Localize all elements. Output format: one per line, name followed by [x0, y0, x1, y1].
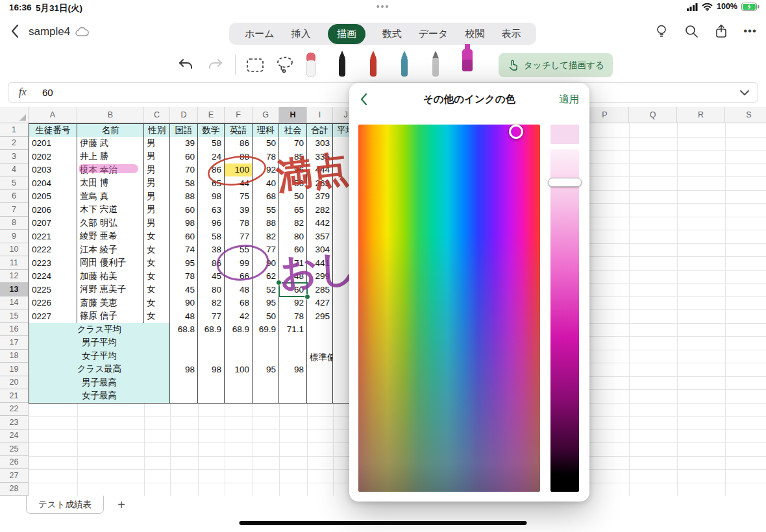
- cell-H19[interactable]: 98: [279, 363, 307, 377]
- cell-G9[interactable]: 82: [253, 230, 279, 244]
- cell-I21[interactable]: [307, 389, 333, 404]
- pencil-gray[interactable]: [428, 49, 443, 80]
- row-header-8[interactable]: 8: [0, 217, 29, 230]
- row-header-9[interactable]: 9: [0, 230, 29, 243]
- cell-E5[interactable]: 65: [198, 176, 225, 191]
- cell-G2[interactable]: 50: [253, 137, 279, 151]
- cell-F7[interactable]: 39: [225, 203, 253, 217]
- cell-H18[interactable]: [279, 350, 307, 364]
- cell-D6[interactable]: 88: [170, 190, 198, 204]
- cell-B15[interactable]: 篠原 信子: [77, 309, 144, 324]
- col-header-F[interactable]: F: [225, 107, 253, 123]
- row-header-6[interactable]: 6: [0, 190, 29, 204]
- tab-数式[interactable]: 数式: [382, 28, 402, 40]
- cell-A20[interactable]: 男子最高: [29, 376, 170, 391]
- row-header-2[interactable]: 2: [0, 137, 29, 151]
- cell-F10[interactable]: 55: [225, 243, 253, 258]
- cell-H15[interactable]: 78: [279, 309, 307, 324]
- cell-A8[interactable]: 0207: [29, 217, 77, 231]
- row-header-13[interactable]: 13: [0, 283, 29, 296]
- marquee-select-icon[interactable]: [245, 57, 265, 74]
- shade-slider-handle[interactable]: [548, 178, 582, 187]
- cell-E2[interactable]: 58: [198, 137, 225, 151]
- redo-icon[interactable]: [206, 56, 225, 74]
- cell-H9[interactable]: 80: [279, 230, 307, 244]
- cell-I1[interactable]: 合計: [307, 123, 333, 138]
- cell-G4[interactable]: 92: [253, 163, 279, 178]
- cell-A19[interactable]: クラス最高: [29, 363, 170, 377]
- cell-G6[interactable]: 68: [253, 190, 279, 204]
- row-header-19[interactable]: 19: [0, 363, 29, 376]
- cell-E1[interactable]: 数学: [198, 123, 225, 138]
- cell-G18[interactable]: [253, 350, 279, 364]
- cell-H10[interactable]: 60: [279, 243, 307, 258]
- cell-G7[interactable]: 55: [253, 203, 279, 217]
- cell-D18[interactable]: [170, 350, 198, 364]
- cell-D20[interactable]: [170, 376, 198, 391]
- cell-G10[interactable]: 77: [253, 243, 279, 258]
- cell-D14[interactable]: 90: [170, 296, 198, 311]
- cell-A18[interactable]: 女子平均: [29, 350, 170, 364]
- cell-B8[interactable]: 久部 明弘: [77, 217, 144, 231]
- cell-F16[interactable]: 68.9: [225, 323, 253, 337]
- cell-A12[interactable]: 0224: [29, 270, 77, 284]
- cell-C8[interactable]: 男: [144, 217, 170, 231]
- cell-C4[interactable]: 男: [144, 163, 170, 178]
- row-header-3[interactable]: 3: [0, 150, 29, 163]
- pen-black[interactable]: [335, 49, 349, 80]
- col-header-H[interactable]: H: [279, 107, 307, 123]
- lasso-select-icon[interactable]: [275, 56, 295, 74]
- cell-A10[interactable]: 0222: [29, 243, 77, 258]
- cell-H20[interactable]: [279, 376, 307, 391]
- cell-I15[interactable]: 295: [307, 309, 333, 324]
- cell-C12[interactable]: 女: [144, 270, 170, 284]
- cell-G3[interactable]: 78: [253, 150, 279, 164]
- cell-A13[interactable]: 0225: [29, 283, 77, 297]
- cell-F3[interactable]: 88: [225, 150, 253, 164]
- col-header-A[interactable]: A: [29, 107, 77, 123]
- row-header-20[interactable]: 20: [0, 376, 29, 390]
- cell-E20[interactable]: [198, 376, 225, 391]
- cell-F15[interactable]: 42: [225, 309, 253, 324]
- cell-B4[interactable]: 榎本 幸治: [77, 163, 144, 178]
- row-header-7[interactable]: 7: [0, 203, 29, 217]
- cell-E19[interactable]: 98: [198, 363, 225, 377]
- cell-F11[interactable]: 99: [225, 256, 253, 271]
- cell-B12[interactable]: 加藤 祐美: [77, 270, 144, 284]
- cell-A1[interactable]: 生徒番号: [29, 123, 77, 138]
- cell-A21[interactable]: 女子最高: [29, 389, 170, 404]
- cell-I12[interactable]: 299: [307, 270, 333, 284]
- row-header-5[interactable]: 5: [0, 176, 29, 190]
- cell-F17[interactable]: [225, 336, 253, 350]
- cell-E3[interactable]: 24: [198, 150, 225, 164]
- cell-I16[interactable]: [307, 323, 333, 337]
- cell-E8[interactable]: 96: [198, 217, 225, 231]
- cell-D3[interactable]: 60: [170, 150, 198, 164]
- cell-I9[interactable]: 357: [307, 230, 333, 244]
- col-header-B[interactable]: B: [77, 107, 144, 123]
- chevron-down-icon[interactable]: [739, 89, 750, 97]
- cell-B1[interactable]: 名前: [77, 123, 144, 138]
- cell-G5[interactable]: 40: [253, 176, 279, 191]
- cell-I10[interactable]: 304: [307, 243, 333, 258]
- row-header-11[interactable]: 11: [0, 256, 29, 270]
- cell-B14[interactable]: 斎藤 美恵: [77, 296, 144, 311]
- tab-描画[interactable]: 描画: [328, 24, 365, 44]
- touch-to-draw-button[interactable]: タッチして描画する: [499, 53, 613, 77]
- row-header-28[interactable]: 28: [0, 483, 29, 496]
- cell-D12[interactable]: 78: [170, 270, 198, 284]
- cell-F6[interactable]: 75: [225, 190, 253, 204]
- cell-B13[interactable]: 河野 恵美子: [77, 283, 144, 297]
- cell-E6[interactable]: 98: [198, 190, 225, 204]
- cell-G15[interactable]: 50: [253, 309, 279, 324]
- cell-I5[interactable]: 263: [307, 176, 333, 191]
- cell-F20[interactable]: [225, 376, 253, 391]
- cell-A6[interactable]: 0205: [29, 190, 77, 204]
- cell-F8[interactable]: 78: [225, 217, 253, 231]
- cell-H4[interactable]: 96: [279, 163, 307, 178]
- tab-データ[interactable]: データ: [419, 28, 449, 40]
- highlighter-magenta[interactable]: [460, 43, 475, 75]
- cell-C1[interactable]: 性別: [144, 123, 170, 138]
- cell-I19[interactable]: [307, 363, 333, 377]
- cell-C11[interactable]: 女: [144, 256, 170, 271]
